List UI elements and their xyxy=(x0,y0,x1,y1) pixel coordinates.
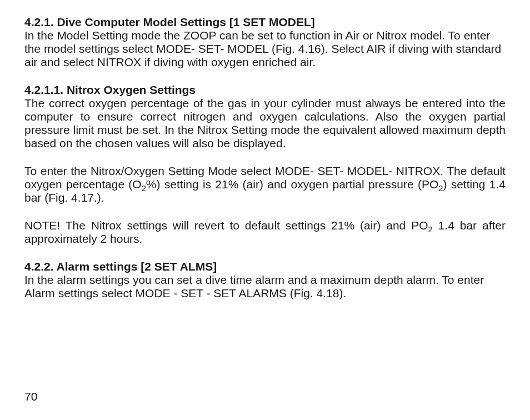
section-alarm-settings: 4.2.2. Alarm settings [2 SET ALMS] In th… xyxy=(24,260,506,300)
section-model-settings: 4.2.1. Dive Computer Model Settings [1 S… xyxy=(24,16,506,69)
section-nitrox-mode-entry: To enter the Nitrox/Oxygen Setting Mode … xyxy=(24,164,506,204)
body-4-2-1-1: The correct oxygen percentage of the gas… xyxy=(24,97,506,150)
body-4-2-1: In the Model Setting mode the ZOOP can b… xyxy=(24,29,506,69)
note-pre: NOTE! The Nitrox settings will revert to… xyxy=(24,219,428,232)
subscript-2: 2 xyxy=(142,184,146,193)
subscript-2: 2 xyxy=(428,225,433,234)
heading-4-2-1-1: 4.2.1.1. Nitrox Oxygen Settings xyxy=(24,83,506,97)
section-nitrox-settings: 4.2.1.1. Nitrox Oxygen Settings The corr… xyxy=(24,83,506,150)
heading-4-2-2: 4.2.2. Alarm settings [2 SET ALMS] xyxy=(24,260,506,273)
page-number: 70 xyxy=(24,390,37,403)
para2-mid: %) setting is 21% (air) and oxygen parti… xyxy=(146,178,438,191)
section-nitrox-note: NOTE! The Nitrox settings will revert to… xyxy=(24,219,506,246)
body-4-2-2: In the alarm settings you can set a dive… xyxy=(24,273,506,300)
heading-4-2-1: 4.2.1. Dive Computer Model Settings [1 S… xyxy=(24,16,506,29)
